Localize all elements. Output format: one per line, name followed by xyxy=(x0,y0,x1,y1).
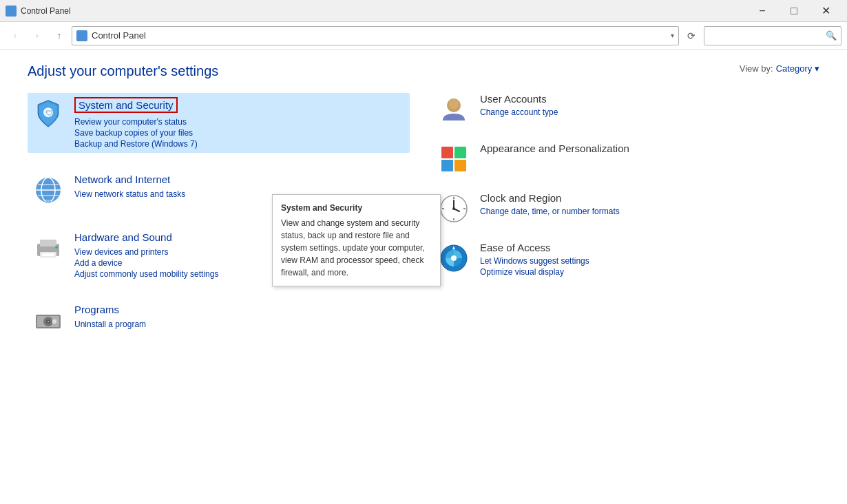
viewby: View by: Category ▾ xyxy=(740,63,819,74)
svg-rect-9 xyxy=(40,240,56,246)
titlebar-left: Control Panel xyxy=(6,6,71,17)
tooltip: System and Security View and change syst… xyxy=(272,194,441,286)
svg-point-12 xyxy=(55,246,58,249)
system-security-link-1[interactable]: Save backup copies of your files xyxy=(74,128,406,138)
category-clock: Clock and Region Change date, time, or n… xyxy=(437,192,819,225)
category-programs: Programs Uninstall a program xyxy=(28,300,410,341)
network-title[interactable]: Network and Internet xyxy=(74,174,170,185)
ease-link-0[interactable]: Let Windows suggest settings xyxy=(480,256,589,266)
tooltip-title: System and Security xyxy=(281,202,432,214)
search-input[interactable] xyxy=(709,30,826,41)
user-accounts-icon xyxy=(437,93,470,126)
titlebar: Control Panel − □ ✕ xyxy=(0,0,847,22)
user-accounts-link-0[interactable]: Change account type xyxy=(480,107,558,117)
system-security-content: System and Security Review your computer… xyxy=(74,97,406,149)
network-icon xyxy=(32,174,65,207)
svg-rect-18 xyxy=(52,319,56,324)
minimize-button[interactable]: − xyxy=(746,0,778,22)
svg-rect-7 xyxy=(45,200,51,203)
hardware-title[interactable]: Hardware and Sound xyxy=(74,231,172,243)
programs-link-0[interactable]: Uninstall a program xyxy=(74,319,406,329)
titlebar-controls: − □ ✕ xyxy=(746,0,841,22)
clock-content: Clock and Region Change date, time, or n… xyxy=(480,192,620,216)
search-icon: 🔍 xyxy=(826,30,837,41)
appearance-title: Appearance and Personalization xyxy=(480,143,629,154)
category-ease: Ease of Access Let Windows suggest setti… xyxy=(437,242,819,277)
viewby-label: View by: xyxy=(740,63,773,74)
category-system-security: 🛡 System and Security Review your comput… xyxy=(28,93,410,153)
programs-content: Programs Uninstall a program xyxy=(74,304,406,329)
clock-link-0[interactable]: Change date, time, or number formats xyxy=(480,207,620,216)
address-text: Control Panel xyxy=(92,30,671,41)
titlebar-title: Control Panel xyxy=(21,6,71,16)
close-button[interactable]: ✕ xyxy=(810,0,841,22)
svg-rect-24 xyxy=(454,160,466,171)
programs-title[interactable]: Programs xyxy=(74,304,119,315)
svg-rect-11 xyxy=(42,253,54,256)
viewby-dropdown[interactable]: Category ▾ xyxy=(776,63,819,74)
forward-button[interactable]: › xyxy=(28,26,47,45)
hardware-icon xyxy=(32,231,65,264)
address-dropdown-arrow[interactable]: ▾ xyxy=(671,32,674,39)
system-security-link-2[interactable]: Backup and Restore (Windows 7) xyxy=(74,139,406,149)
address-icon xyxy=(76,30,87,41)
category-appearance: Appearance and Personalization xyxy=(437,143,819,176)
system-security-title[interactable]: System and Security xyxy=(74,97,178,113)
user-accounts-content: User Accounts Change account type xyxy=(480,93,558,117)
appearance-icon xyxy=(437,143,470,176)
clock-title: Clock and Region xyxy=(480,192,620,204)
back-button[interactable]: ‹ xyxy=(6,26,25,45)
svg-point-35 xyxy=(451,255,457,261)
clock-icon xyxy=(437,192,470,225)
svg-rect-22 xyxy=(454,147,466,158)
system-security-icon: 🛡 xyxy=(32,97,65,130)
main-content: Adjust your computer's settings View by:… xyxy=(0,50,847,371)
ease-content: Ease of Access Let Windows suggest setti… xyxy=(480,242,589,277)
address-box[interactable]: Control Panel ▾ xyxy=(72,26,679,45)
svg-point-17 xyxy=(48,321,49,322)
user-accounts-title: User Accounts xyxy=(480,93,558,105)
svg-point-20 xyxy=(449,99,459,109)
search-box[interactable]: 🔍 xyxy=(704,26,841,45)
programs-icon xyxy=(32,304,65,337)
page-title: Adjust your computer's settings xyxy=(28,63,819,79)
ease-icon xyxy=(437,242,470,275)
svg-rect-23 xyxy=(441,160,453,171)
category-user-accounts: User Accounts Change account type xyxy=(437,93,819,126)
ease-link-1[interactable]: Optimize visual display xyxy=(480,267,589,277)
appearance-content: Appearance and Personalization xyxy=(480,143,629,157)
refresh-button[interactable]: ⟳ xyxy=(682,26,701,45)
svg-rect-21 xyxy=(441,147,453,158)
svg-point-29 xyxy=(452,207,455,210)
svg-text:🛡: 🛡 xyxy=(46,109,54,117)
ease-title: Ease of Access xyxy=(480,242,589,253)
maximize-button[interactable]: □ xyxy=(778,0,810,22)
addressbar: ‹ › ↑ Control Panel ▾ ⟳ 🔍 xyxy=(0,22,847,50)
right-column: User Accounts Change account type Appear… xyxy=(437,93,819,357)
system-security-link-0[interactable]: Review your computer's status xyxy=(74,117,406,127)
up-button[interactable]: ↑ xyxy=(50,26,69,45)
tooltip-body: View and change system and security stat… xyxy=(281,217,432,279)
control-panel-icon xyxy=(6,6,17,17)
